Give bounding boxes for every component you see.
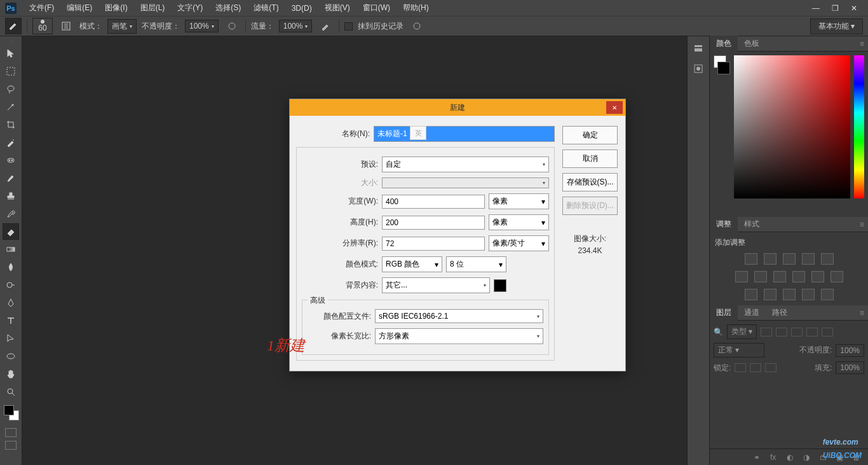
history-panel-icon[interactable] <box>690 40 707 57</box>
new-fill-icon[interactable]: ◑ <box>803 453 813 462</box>
save-preset-button[interactable]: 存储预设(S)... <box>562 173 618 191</box>
adj-levels-icon[interactable] <box>764 253 776 265</box>
height-unit[interactable]: 像素▾ <box>489 214 549 230</box>
window-close[interactable]: ✕ <box>845 2 863 15</box>
tab-paths[interactable]: 路径 <box>766 305 794 321</box>
bg-color-chip[interactable] <box>494 279 506 292</box>
tab-color[interactable]: 颜色 <box>710 36 738 52</box>
layer-opacity-value[interactable]: 100% <box>836 344 864 357</box>
menu-select[interactable]: 选择(S) <box>209 3 247 13</box>
erase-history-check[interactable] <box>344 22 353 31</box>
adj-curves-icon[interactable] <box>783 253 796 265</box>
layer-filter-type[interactable]: 类型 ▾ <box>727 324 757 339</box>
width-unit[interactable]: 像素▾ <box>489 193 549 209</box>
workspace-switcher[interactable]: 基本功能 ▾ <box>810 18 863 34</box>
lock-position-icon[interactable] <box>750 363 761 372</box>
hue-slider[interactable] <box>854 55 864 198</box>
adj-exposure-icon[interactable] <box>802 253 815 265</box>
marquee-tool[interactable] <box>3 63 19 80</box>
menu-layer[interactable]: 图层(L) <box>134 3 172 13</box>
cancel-button[interactable]: 取消 <box>562 149 618 168</box>
color-swatches[interactable] <box>3 404 19 423</box>
adj-poster-icon[interactable] <box>764 289 776 300</box>
name-input[interactable]: 未标题-1 英 <box>374 126 555 142</box>
adj-channel-icon[interactable] <box>811 271 824 282</box>
adj-gradmap-icon[interactable] <box>802 289 815 300</box>
menu-filter[interactable]: 滤镜(T) <box>247 3 285 13</box>
text-tool[interactable] <box>3 312 19 329</box>
brush-tool[interactable] <box>3 170 19 186</box>
menu-edit[interactable]: 编辑(E) <box>60 3 98 13</box>
bitdepth-select[interactable]: 8 位▾ <box>446 256 506 272</box>
menu-file[interactable]: 文件(F) <box>23 3 60 13</box>
history-brush-tool[interactable] <box>3 205 19 222</box>
menu-window[interactable]: 窗口(W) <box>356 3 397 13</box>
adj-hue-icon[interactable] <box>735 271 748 282</box>
brush-preset-picker[interactable]: 60 <box>32 18 53 34</box>
layers-panel-menu[interactable]: ≡ <box>856 309 868 317</box>
pressure-opacity-icon[interactable] <box>224 18 240 34</box>
lock-all-icon[interactable] <box>765 363 776 372</box>
adj-colorbal-icon[interactable] <box>754 271 767 282</box>
move-tool[interactable] <box>3 45 19 62</box>
tab-layers[interactable]: 图层 <box>710 305 738 321</box>
resolution-unit[interactable]: 像素/英寸▾ <box>489 235 549 251</box>
colormode-select[interactable]: RGB 颜色▾ <box>382 256 442 272</box>
flow-select[interactable]: 100%▾ <box>279 20 313 32</box>
adj-brightness-icon[interactable] <box>745 253 757 265</box>
layer-fill-value[interactable]: 100% <box>836 361 864 374</box>
adj-vibrance-icon[interactable] <box>821 253 834 265</box>
adj-lookup-icon[interactable] <box>831 271 843 282</box>
adj-photo-icon[interactable] <box>792 271 805 282</box>
filter-smart-icon[interactable] <box>822 328 833 337</box>
hand-tool[interactable] <box>3 366 19 382</box>
gradient-tool[interactable] <box>3 241 19 258</box>
height-input[interactable] <box>382 216 485 230</box>
properties-panel-icon[interactable] <box>690 60 707 77</box>
profile-select[interactable]: sRGB IEC61966-2.1▾ <box>375 309 543 323</box>
current-tool-icon[interactable] <box>5 18 22 34</box>
screenmode-toggle[interactable] <box>5 441 17 450</box>
shape-tool[interactable] <box>3 348 19 364</box>
pressure-size-icon[interactable] <box>409 18 425 34</box>
saturation-value-picker[interactable] <box>734 55 850 198</box>
layer-style-icon[interactable]: fx <box>770 453 780 462</box>
airbrush-icon[interactable] <box>317 18 334 34</box>
zoom-tool[interactable] <box>3 384 19 400</box>
window-minimize[interactable]: — <box>807 2 825 15</box>
ok-button[interactable]: 确定 <box>562 126 618 144</box>
pen-tool[interactable] <box>3 295 19 311</box>
adj-bw-icon[interactable] <box>773 271 786 282</box>
width-input[interactable] <box>382 195 485 209</box>
lock-pixels-icon[interactable] <box>735 363 746 372</box>
filter-shape-icon[interactable] <box>806 328 818 337</box>
brush-panel-toggle[interactable] <box>58 18 74 34</box>
tab-channels[interactable]: 通道 <box>738 305 766 321</box>
menu-view[interactable]: 视图(V) <box>318 3 356 13</box>
background-swatch[interactable] <box>717 62 730 74</box>
tab-adjust[interactable]: 调整 <box>710 216 738 232</box>
blend-mode-select[interactable]: 正常 ▾ <box>714 343 764 357</box>
bgcontent-select[interactable]: 其它...▾ <box>382 277 490 293</box>
opacity-select[interactable]: 100%▾ <box>185 20 219 32</box>
menu-3d[interactable]: 3D(D) <box>285 4 318 13</box>
adj-invert-icon[interactable] <box>745 289 757 300</box>
dialog-close[interactable]: ✕ <box>606 101 623 114</box>
aspect-select[interactable]: 方形像素▾ <box>375 328 543 344</box>
link-layers-icon[interactable]: ⚭ <box>754 453 764 462</box>
tab-swatches[interactable]: 色板 <box>738 36 766 52</box>
layer-mask-icon[interactable]: ◐ <box>787 453 797 462</box>
blur-tool[interactable] <box>3 259 19 275</box>
healing-tool[interactable] <box>3 152 19 169</box>
tab-styles[interactable]: 样式 <box>738 216 766 232</box>
eyedropper-tool[interactable] <box>3 134 19 151</box>
filter-adjust-icon[interactable] <box>776 328 787 337</box>
filter-text-icon[interactable] <box>791 328 803 337</box>
window-maximize[interactable]: ❐ <box>826 2 844 15</box>
eraser-tool[interactable] <box>3 223 19 240</box>
menu-help[interactable]: 帮助(H) <box>397 3 435 13</box>
adj-selcolor-icon[interactable] <box>821 289 834 300</box>
adjust-panel-menu[interactable]: ≡ <box>856 220 868 229</box>
menu-image[interactable]: 图像(I) <box>98 3 133 13</box>
preset-select[interactable]: 自定▾ <box>382 156 549 172</box>
